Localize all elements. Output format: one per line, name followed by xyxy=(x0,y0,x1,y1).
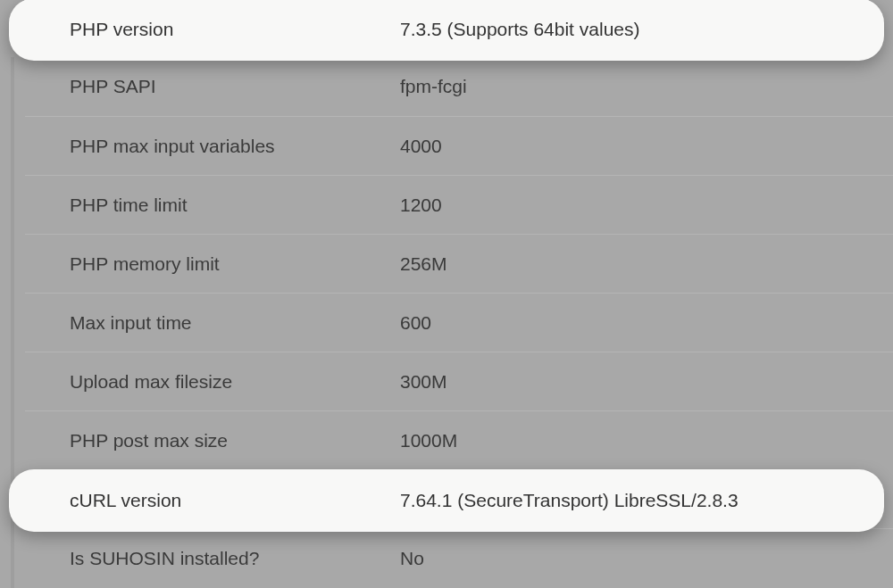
table-row: PHP SAPI fpm-fcgi xyxy=(25,57,893,116)
table-row: Max input time 600 xyxy=(25,293,893,352)
row-value: 600 xyxy=(400,312,893,334)
row-value: 7.3.5 (Supports 64bit values) xyxy=(400,19,884,40)
row-label: Is SUHOSIN installed? xyxy=(25,548,400,569)
row-value: 300M xyxy=(400,371,893,393)
highlight-php-version: PHP version 7.3.5 (Supports 64bit values… xyxy=(9,0,884,61)
table-row: Is SUHOSIN installed? No xyxy=(25,528,893,587)
row-value: 7.64.1 (SecureTransport) LibreSSL/2.8.3 xyxy=(400,490,884,511)
row-value: fpm-fcgi xyxy=(400,76,893,97)
row-label: PHP max input variables xyxy=(25,136,400,157)
system-info-panel: PHP version 7.3.5 (Supports 64bit values… xyxy=(0,0,893,588)
highlight-curl-version: cURL version 7.64.1 (SecureTransport) Li… xyxy=(9,469,884,532)
table-row: PHP post max size 1000M xyxy=(25,410,893,469)
row-value: 1200 xyxy=(400,195,893,216)
row-label: PHP time limit xyxy=(25,195,400,216)
table-row: PHP memory limit 256M xyxy=(25,234,893,293)
row-label: PHP post max size xyxy=(25,430,400,451)
table-row: PHP time limit 1200 xyxy=(25,175,893,234)
row-value: 1000M xyxy=(400,430,893,451)
row-label: PHP version xyxy=(9,19,400,40)
table-row: Upload max filesize 300M xyxy=(25,352,893,410)
row-label: Max input time xyxy=(25,312,400,334)
row-value: No xyxy=(400,548,893,569)
table-row: PHP max input variables 4000 xyxy=(25,116,893,175)
row-label: cURL version xyxy=(9,490,400,511)
row-label: PHP memory limit xyxy=(25,253,400,275)
row-label: Upload max filesize xyxy=(25,371,400,393)
row-value: 256M xyxy=(400,253,893,275)
row-label: PHP SAPI xyxy=(25,76,400,97)
row-value: 4000 xyxy=(400,136,893,157)
